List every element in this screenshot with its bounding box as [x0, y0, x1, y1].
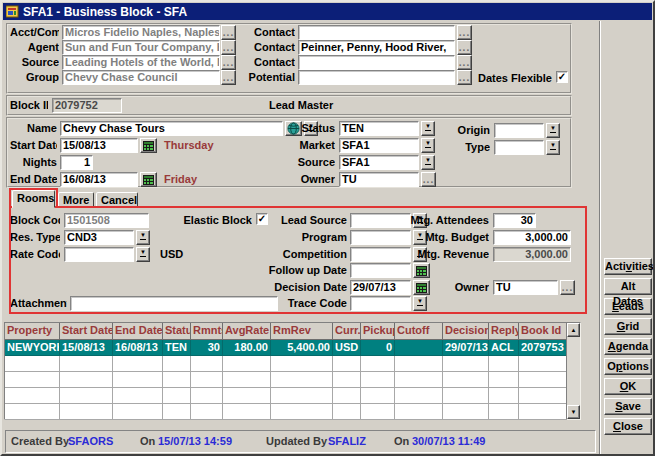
side-button-activities[interactable]: Activities [604, 258, 652, 275]
name-field[interactable]: Chevy Chase Tours [60, 121, 283, 136]
owner-lov-button[interactable]: ... [421, 172, 436, 187]
dates-flexible-checkbox[interactable]: ✓ [556, 71, 568, 83]
origin-field[interactable] [494, 123, 544, 138]
grid-cell[interactable] [223, 388, 271, 404]
side-button-save[interactable]: Save [604, 398, 652, 415]
grid-cell[interactable]: USD [333, 340, 361, 356]
grid-column-header[interactable]: Book Id [519, 323, 567, 340]
grid-column-header[interactable]: End Date [113, 323, 163, 340]
grid-cell[interactable] [333, 356, 361, 372]
grid-cell[interactable] [395, 388, 443, 404]
grid-row-empty[interactable] [5, 356, 566, 372]
status-dropdown-button[interactable]: ▼ [421, 121, 435, 136]
side-button-grid[interactable]: Grid [604, 318, 652, 335]
grid-cell[interactable] [191, 388, 223, 404]
grid-cell[interactable] [489, 404, 519, 420]
grid-cell[interactable] [191, 356, 223, 372]
grid-cell[interactable] [519, 356, 567, 372]
nights-field[interactable]: 1 [60, 155, 93, 170]
grid-cell[interactable] [223, 356, 271, 372]
acct-com-lov-button[interactable]: ... [221, 25, 236, 40]
grid-cell[interactable] [519, 404, 567, 420]
source-lov-button[interactable]: ... [221, 55, 236, 70]
start-date-field[interactable]: 15/08/13 [60, 138, 138, 153]
grid-column-header[interactable]: Reply [489, 323, 519, 340]
source-dropdown-button[interactable]: ▼ [421, 155, 435, 170]
grid-cell[interactable]: 30 [191, 340, 223, 356]
grid-column-header[interactable]: Start Date [60, 323, 113, 340]
grid-cell[interactable] [333, 404, 361, 420]
type-field[interactable] [494, 140, 544, 155]
grid-cell[interactable]: 2079753 [519, 340, 567, 356]
grid-row-empty[interactable] [5, 388, 566, 404]
grid-cell[interactable] [271, 388, 333, 404]
grid-column-header[interactable]: Cutoff [395, 323, 443, 340]
grid-cell[interactable] [191, 404, 223, 420]
grid-cell[interactable] [443, 372, 489, 388]
grid-cell[interactable]: TEN [163, 340, 191, 356]
grid-row-empty[interactable] [5, 372, 566, 388]
grid-cell[interactable] [395, 356, 443, 372]
grid-cell[interactable] [489, 372, 519, 388]
grid-column-header[interactable]: Rmnts [191, 323, 223, 340]
grid-cell[interactable] [60, 388, 113, 404]
grid-column-header[interactable]: Decision [443, 323, 489, 340]
grid-cell[interactable]: 5,400.00 [271, 340, 333, 356]
grid-cell[interactable] [519, 372, 567, 388]
grid-cell[interactable]: NEWYORK [5, 340, 60, 356]
grid-cell[interactable] [395, 340, 443, 356]
grid-row-selected[interactable]: NEWYORK15/08/1316/08/13TEN30180.005,400.… [5, 340, 566, 356]
grid-cell[interactable] [60, 404, 113, 420]
grid-cell[interactable] [361, 356, 395, 372]
side-button-close[interactable]: Close [604, 418, 652, 435]
grid-cell[interactable] [361, 372, 395, 388]
side-button-alt-dates[interactable]: Alt Dates [604, 278, 652, 295]
market-field[interactable]: SFA1 [339, 138, 419, 153]
grid-cell[interactable] [443, 356, 489, 372]
grid-cell[interactable] [271, 356, 333, 372]
contact1-lov-button[interactable]: ... [457, 25, 472, 40]
type-dropdown-button[interactable]: ▼ [546, 140, 560, 155]
grid-cell[interactable] [163, 404, 191, 420]
scroll-up-button[interactable]: ▲ [567, 323, 580, 337]
grid-cell[interactable] [60, 356, 113, 372]
grid-cell[interactable] [223, 372, 271, 388]
grid-cell[interactable] [5, 356, 60, 372]
source2-field[interactable]: SFA1 [339, 155, 419, 170]
grid-row-empty[interactable] [5, 404, 566, 420]
grid-cell[interactable] [60, 372, 113, 388]
grid-column-header[interactable]: Property [5, 323, 60, 340]
grid-cell[interactable]: 180.00 [223, 340, 271, 356]
grid-cell[interactable] [113, 372, 163, 388]
grid-column-header[interactable]: Status [163, 323, 191, 340]
contact3-lov-button[interactable]: ... [457, 55, 472, 70]
grid-cell[interactable] [271, 404, 333, 420]
grid-cell[interactable]: 15/08/13 [60, 340, 113, 356]
end-date-field[interactable]: 16/08/13 [60, 172, 138, 187]
contact3-field[interactable] [298, 55, 455, 70]
grid-column-header[interactable]: Curr. [333, 323, 361, 340]
grid-cell[interactable]: ACL [489, 340, 519, 356]
grid-cell[interactable] [5, 372, 60, 388]
grid-column-header[interactable]: RmRev [271, 323, 333, 340]
contact2-field[interactable]: Peinner, Penny, Hood River, [298, 40, 455, 55]
grid-cell[interactable] [361, 388, 395, 404]
grid-cell[interactable] [443, 388, 489, 404]
acct-com-field[interactable]: Micros Fidelio Naples, Naples, 239-6 [62, 25, 220, 40]
grid-cell[interactable] [333, 372, 361, 388]
grid-cell[interactable] [5, 388, 60, 404]
grid-cell[interactable] [395, 372, 443, 388]
source-field[interactable]: Leading Hotels of the World, Naples, [62, 55, 220, 70]
contact2-lov-button[interactable]: ... [457, 40, 472, 55]
grid-cell[interactable] [113, 404, 163, 420]
grid-cell[interactable] [271, 372, 333, 388]
origin-dropdown-button[interactable]: ▼ [546, 123, 560, 138]
side-button-options[interactable]: Options [604, 358, 652, 375]
grid-cell[interactable] [163, 372, 191, 388]
status-field[interactable]: TEN [339, 121, 419, 136]
grid-cell[interactable] [191, 372, 223, 388]
start-date-calendar-button[interactable] [140, 138, 157, 153]
grid-cell[interactable] [395, 404, 443, 420]
contact1-field[interactable] [298, 25, 455, 40]
grid-cell[interactable] [361, 404, 395, 420]
